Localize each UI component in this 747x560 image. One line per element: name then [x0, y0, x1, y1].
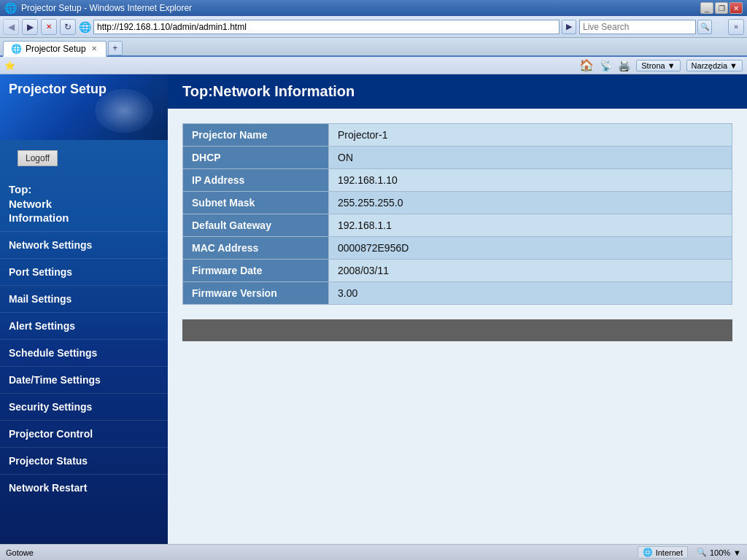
logoff-container: Logoff: [0, 140, 168, 176]
table-row: Firmware Date2008/03/11: [183, 260, 732, 282]
logoff-button[interactable]: Logoff: [18, 150, 58, 166]
search-input[interactable]: [579, 20, 696, 34]
links-bar: ⭐ 🏠 📡 🖨️ Strona ▼ Narzędzia ▼: [0, 57, 747, 74]
print-icon[interactable]: 🖨️: [618, 60, 630, 71]
new-tab-button[interactable]: +: [108, 41, 123, 55]
window-controls: _ ❐ ✕: [700, 2, 743, 14]
current-page-label: Top: Network Information: [0, 176, 168, 231]
stop-button[interactable]: ✕: [41, 19, 57, 35]
content-footer-bar: [182, 319, 732, 341]
search-bar: 🔍: [579, 20, 725, 34]
zoom-icon: 🔍: [697, 548, 707, 557]
tab-close-button[interactable]: ✕: [90, 44, 98, 52]
home-icon[interactable]: 🏠: [579, 58, 594, 72]
sidebar-item-network-settings[interactable]: Network Settings: [0, 231, 168, 258]
row-label: Projector Name: [183, 124, 329, 147]
row-value: 3.00: [329, 282, 732, 305]
table-row: DHCPON: [183, 147, 732, 169]
browser-tabs: 🌐 Projector Setup ✕ +: [0, 38, 747, 57]
page-content: Projector Setup Logoff Top: Network Info…: [0, 74, 747, 544]
tab-icon: 🌐: [11, 44, 22, 54]
back-button[interactable]: ◀: [3, 19, 19, 35]
sidebar-item-mail-settings[interactable]: Mail Settings: [0, 285, 168, 312]
table-row: MAC Address0000872E956D: [183, 237, 732, 260]
restore-button[interactable]: ❐: [715, 2, 728, 14]
narzedzia-button[interactable]: Narzędzia ▼: [686, 60, 743, 71]
main-content: Top:Network Information Projector NamePr…: [168, 74, 747, 544]
row-label: DHCP: [183, 147, 329, 169]
row-value: Projector-1: [329, 124, 732, 147]
narzedzia-dropdown-icon: ▼: [729, 61, 738, 70]
network-info-table: Projector NameProjector-1DHCPONIP Addres…: [182, 123, 732, 305]
sidebar-item-projector-control[interactable]: Projector Control: [0, 420, 168, 447]
search-go-button[interactable]: 🔍: [697, 20, 712, 34]
strona-label: Strona: [641, 61, 665, 70]
sidebar-item-port-settings[interactable]: Port Settings: [0, 258, 168, 285]
sidebar-logo-text: Projector Setup: [9, 82, 107, 98]
table-row: IP Address192.168.1.10: [183, 169, 732, 192]
feeds-icon[interactable]: 📡: [600, 60, 612, 71]
close-button[interactable]: ✕: [729, 2, 743, 14]
row-value: 2008/03/11: [329, 260, 732, 282]
row-value: 255.255.255.0: [329, 192, 732, 214]
address-input[interactable]: [93, 20, 560, 34]
zone-label: Internet: [656, 548, 683, 557]
row-label: Default Gateway: [183, 214, 329, 237]
page-title: Top:Network Information: [182, 83, 355, 99]
row-value: 0000872E956D: [329, 237, 732, 260]
links-bar-right: 🏠 📡 🖨️ Strona ▼ Narzędzia ▼: [579, 58, 743, 72]
zoom-level: 100%: [710, 548, 730, 557]
table-row: Subnet Mask255.255.255.0: [183, 192, 732, 214]
sidebar: Projector Setup Logoff Top: Network Info…: [0, 74, 168, 544]
strona-button[interactable]: Strona ▼: [636, 60, 680, 71]
browser-toolbar: ◀ ▶ ✕ ↻ 🌐 ▶ 🔍 »: [0, 16, 747, 38]
more-tools-button[interactable]: »: [728, 19, 744, 35]
row-label: Subnet Mask: [183, 192, 329, 214]
table-row: Default Gateway192.168.1.1: [183, 214, 732, 237]
zone-icon: 🌐: [643, 548, 653, 557]
status-right: 🌐 Internet 🔍 100% ▼: [638, 546, 741, 559]
sidebar-item-network-restart[interactable]: Network Restart: [0, 474, 168, 501]
refresh-button[interactable]: ↻: [60, 19, 76, 35]
sidebar-item-datetime-settings[interactable]: Date/Time Settings: [0, 366, 168, 393]
narzedzia-label: Narzędzia: [692, 61, 728, 70]
row-value: 192.168.1.1: [329, 214, 732, 237]
sidebar-item-security-settings[interactable]: Security Settings: [0, 393, 168, 420]
status-bar: Gotowe 🌐 Internet 🔍 100% ▼: [0, 544, 747, 560]
zoom-dropdown-icon: ▼: [733, 548, 741, 557]
row-label: IP Address: [183, 169, 329, 192]
sidebar-item-projector-status[interactable]: Projector Status: [0, 447, 168, 474]
address-bar: 🌐 ▶: [79, 20, 576, 34]
page-icon: 🌐: [79, 21, 91, 33]
favorites-icon: ⭐: [4, 61, 15, 71]
row-label: MAC Address: [183, 237, 329, 260]
strona-dropdown-icon: ▼: [667, 61, 676, 70]
content-header: Top:Network Information: [168, 74, 747, 109]
active-tab[interactable]: 🌐 Projector Setup ✕: [3, 41, 107, 57]
row-label: Firmware Date: [183, 260, 329, 282]
table-row: Firmware Version3.00: [183, 282, 732, 305]
row-value: 192.168.1.10: [329, 169, 732, 192]
titlebar-text: Projector Setup - Windows Internet Explo…: [21, 3, 696, 13]
browser-icon: 🌐: [4, 2, 17, 14]
content-body: Projector NameProjector-1DHCPONIP Addres…: [168, 109, 747, 356]
status-text: Gotowe: [6, 548, 632, 557]
row-label: Firmware Version: [183, 282, 329, 305]
forward-button[interactable]: ▶: [22, 19, 38, 35]
minimize-button[interactable]: _: [700, 2, 713, 14]
sidebar-logo-area: Projector Setup: [0, 74, 168, 140]
go-button[interactable]: ▶: [562, 20, 576, 34]
status-zoom[interactable]: 🔍 100% ▼: [697, 548, 741, 557]
table-row: Projector NameProjector-1: [183, 124, 732, 147]
titlebar: 🌐 Projector Setup - Windows Internet Exp…: [0, 0, 747, 16]
row-value: ON: [329, 147, 732, 169]
sidebar-item-alert-settings[interactable]: Alert Settings: [0, 312, 168, 339]
sidebar-item-schedule-settings[interactable]: Schedule Settings: [0, 339, 168, 366]
tab-label: Projector Setup: [26, 44, 86, 54]
status-zone: 🌐 Internet: [638, 546, 688, 559]
